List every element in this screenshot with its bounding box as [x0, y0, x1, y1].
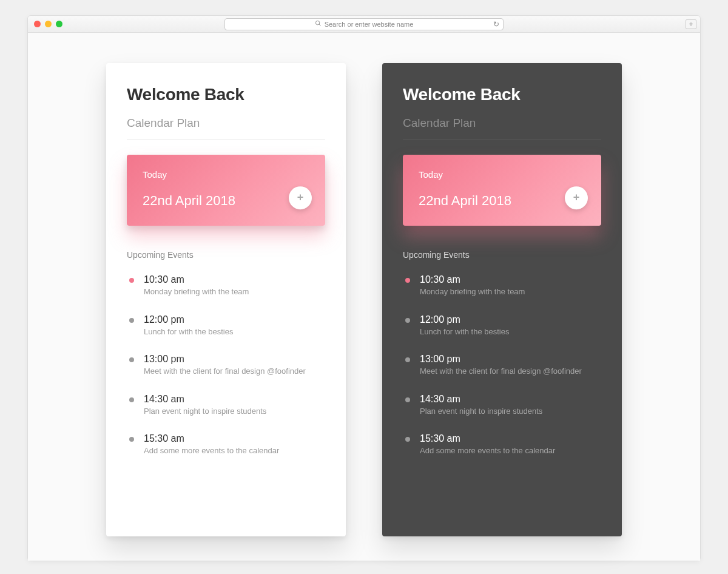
zoom-window-icon[interactable]	[56, 21, 62, 27]
card-title: Welcome Back	[127, 85, 325, 104]
event-description: Meet with the client for final design @f…	[144, 366, 325, 377]
event-item[interactable]: 12:00 pmLunch for with the besties	[127, 309, 325, 347]
add-event-button[interactable]: +	[289, 186, 312, 209]
calendar-card-dark: Welcome Back Calendar Plan Today 22nd Ap…	[382, 63, 622, 536]
event-item[interactable]: 10:30 amMonday briefing with the team	[127, 269, 325, 307]
event-time: 12:00 pm	[420, 314, 601, 325]
event-item[interactable]: 15:30 amAdd some more events to the cale…	[127, 428, 325, 466]
event-item[interactable]: 13:00 pmMeet with the client for final d…	[403, 349, 601, 387]
today-date: 22nd April 2018	[143, 193, 309, 209]
event-time: 12:00 pm	[144, 314, 325, 325]
plus-icon: +	[573, 191, 580, 204]
event-description: Add some more events to the calendar	[420, 445, 601, 456]
close-window-icon[interactable]	[34, 21, 41, 27]
event-item[interactable]: 13:00 pmMeet with the client for final d…	[127, 349, 325, 387]
bullet-icon	[129, 437, 134, 442]
traffic-lights	[34, 21, 62, 27]
divider	[127, 140, 325, 140]
event-item[interactable]: 12:00 pmLunch for with the besties	[403, 309, 601, 347]
bullet-icon	[129, 397, 134, 402]
bullet-icon	[405, 397, 410, 402]
event-time: 10:30 am	[144, 274, 325, 285]
add-event-button[interactable]: +	[565, 186, 588, 209]
card-title: Welcome Back	[403, 85, 601, 104]
event-time: 13:00 pm	[144, 354, 325, 365]
event-description: Monday briefing with the team	[420, 286, 601, 297]
event-description: Plan event night to inspire students	[420, 406, 601, 417]
page-content: Welcome Back Calendar Plan Today 22nd Ap…	[28, 33, 700, 561]
event-time: 15:30 am	[144, 433, 325, 444]
svg-point-0	[315, 21, 319, 24]
today-box: Today 22nd April 2018 +	[127, 155, 325, 226]
address-placeholder: Search or enter website name	[325, 21, 414, 28]
events-list-light: 10:30 amMonday briefing with the team12:…	[127, 269, 325, 466]
today-label: Today	[143, 169, 309, 180]
event-time: 15:30 am	[420, 433, 601, 444]
today-date: 22nd April 2018	[419, 193, 585, 209]
section-heading: Upcoming Events	[403, 250, 601, 260]
calendar-card-light: Welcome Back Calendar Plan Today 22nd Ap…	[106, 63, 346, 536]
event-time: 10:30 am	[420, 274, 601, 285]
event-time: 14:30 am	[144, 394, 325, 405]
browser-window: Search or enter website name ↻ + Welcome…	[27, 15, 701, 561]
event-item[interactable]: 15:30 amAdd some more events to the cale…	[403, 428, 601, 466]
bullet-icon	[129, 278, 134, 283]
svg-line-1	[319, 24, 321, 26]
search-icon	[315, 20, 322, 28]
card-subtitle: Calendar Plan	[403, 116, 601, 130]
plus-icon: +	[297, 191, 304, 204]
event-description: Lunch for with the besties	[144, 326, 325, 337]
event-description: Add some more events to the calendar	[144, 445, 325, 456]
reload-icon[interactable]: ↻	[493, 20, 499, 29]
bullet-icon	[405, 357, 410, 362]
section-heading: Upcoming Events	[127, 250, 325, 260]
event-description: Meet with the client for final design @f…	[420, 366, 601, 377]
event-time: 14:30 am	[420, 394, 601, 405]
event-description: Monday briefing with the team	[144, 286, 325, 297]
bullet-icon	[405, 278, 410, 283]
event-item[interactable]: 14:30 amPlan event night to inspire stud…	[127, 389, 325, 427]
bullet-icon	[129, 318, 134, 323]
event-description: Plan event night to inspire students	[144, 406, 325, 417]
events-list-dark: 10:30 amMonday briefing with the team12:…	[403, 269, 601, 466]
today-box: Today 22nd April 2018 +	[403, 155, 601, 226]
bullet-icon	[405, 437, 410, 442]
browser-toolbar: Search or enter website name ↻ +	[28, 16, 700, 33]
bullet-icon	[129, 357, 134, 362]
today-label: Today	[419, 169, 585, 180]
event-item[interactable]: 14:30 amPlan event night to inspire stud…	[403, 389, 601, 427]
bullet-icon	[405, 318, 410, 323]
divider	[403, 140, 601, 140]
event-time: 13:00 pm	[420, 354, 601, 365]
event-item[interactable]: 10:30 amMonday briefing with the team	[403, 269, 601, 307]
event-description: Lunch for with the besties	[420, 326, 601, 337]
address-bar[interactable]: Search or enter website name ↻	[224, 18, 504, 30]
card-subtitle: Calendar Plan	[127, 116, 325, 130]
minimize-window-icon[interactable]	[45, 21, 52, 27]
new-tab-button[interactable]: +	[686, 19, 696, 29]
